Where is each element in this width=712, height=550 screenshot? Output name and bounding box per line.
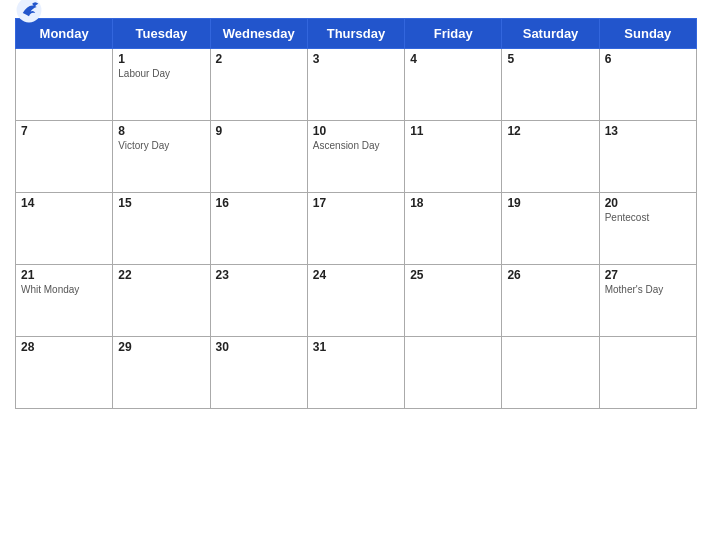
holiday-label: Ascension Day [313,140,399,151]
day-number: 15 [118,196,204,210]
day-number: 29 [118,340,204,354]
week-row-3: 14151617181920Pentecost [16,193,697,265]
day-number: 20 [605,196,691,210]
calendar-cell [599,337,696,409]
calendar-cell: 21Whit Monday [16,265,113,337]
calendar-body: 1Labour Day2345678Victory Day910Ascensio… [16,49,697,409]
day-number: 14 [21,196,107,210]
calendar-cell: 10Ascension Day [307,121,404,193]
day-number: 6 [605,52,691,66]
day-number: 1 [118,52,204,66]
day-number: 3 [313,52,399,66]
day-number: 2 [216,52,302,66]
holiday-label: Mother's Day [605,284,691,295]
day-number: 21 [21,268,107,282]
holiday-label: Victory Day [118,140,204,151]
calendar-cell: 3 [307,49,404,121]
calendar-cell: 26 [502,265,599,337]
calendar-cell: 13 [599,121,696,193]
day-number: 16 [216,196,302,210]
day-number: 19 [507,196,593,210]
calendar-cell: 23 [210,265,307,337]
holiday-label: Whit Monday [21,284,107,295]
calendar-cell: 16 [210,193,307,265]
calendar-cell: 1Labour Day [113,49,210,121]
header-sunday: Sunday [599,19,696,49]
day-number: 4 [410,52,496,66]
day-number: 27 [605,268,691,282]
week-row-2: 78Victory Day910Ascension Day111213 [16,121,697,193]
day-number: 24 [313,268,399,282]
logo [15,0,46,24]
calendar-cell: 22 [113,265,210,337]
logo-icon [15,0,43,24]
day-number: 17 [313,196,399,210]
calendar-cell: 5 [502,49,599,121]
day-number: 7 [21,124,107,138]
calendar-cell [16,49,113,121]
calendar-cell [405,337,502,409]
calendar-cell: 4 [405,49,502,121]
calendar-cell: 8Victory Day [113,121,210,193]
day-number: 23 [216,268,302,282]
calendar-cell: 7 [16,121,113,193]
calendar-cell: 12 [502,121,599,193]
week-row-1: 1Labour Day23456 [16,49,697,121]
calendar-cell: 6 [599,49,696,121]
weekday-header-row: Monday Tuesday Wednesday Thursday Friday… [16,19,697,49]
holiday-label: Pentecost [605,212,691,223]
calendar-cell: 27Mother's Day [599,265,696,337]
day-number: 8 [118,124,204,138]
calendar-cell: 30 [210,337,307,409]
calendar-cell: 18 [405,193,502,265]
day-number: 11 [410,124,496,138]
day-number: 26 [507,268,593,282]
calendar-cell [502,337,599,409]
day-number: 25 [410,268,496,282]
day-number: 10 [313,124,399,138]
day-number: 31 [313,340,399,354]
calendar-cell: 9 [210,121,307,193]
day-number: 9 [216,124,302,138]
calendar-cell: 29 [113,337,210,409]
week-row-5: 28293031 [16,337,697,409]
calendar-cell: 24 [307,265,404,337]
header-tuesday: Tuesday [113,19,210,49]
day-number: 12 [507,124,593,138]
calendar-cell: 17 [307,193,404,265]
header-friday: Friday [405,19,502,49]
header-wednesday: Wednesday [210,19,307,49]
week-row-4: 21Whit Monday222324252627Mother's Day [16,265,697,337]
calendar-cell: 11 [405,121,502,193]
calendar-cell: 25 [405,265,502,337]
calendar-cell: 15 [113,193,210,265]
day-number: 22 [118,268,204,282]
calendar-cell: 14 [16,193,113,265]
holiday-label: Labour Day [118,68,204,79]
calendar-table: Monday Tuesday Wednesday Thursday Friday… [15,18,697,409]
day-number: 28 [21,340,107,354]
day-number: 5 [507,52,593,66]
header-thursday: Thursday [307,19,404,49]
calendar-cell: 2 [210,49,307,121]
day-number: 13 [605,124,691,138]
calendar-cell: 28 [16,337,113,409]
day-number: 30 [216,340,302,354]
calendar-cell: 31 [307,337,404,409]
header-saturday: Saturday [502,19,599,49]
day-number: 18 [410,196,496,210]
calendar-cell: 19 [502,193,599,265]
calendar-cell: 20Pentecost [599,193,696,265]
